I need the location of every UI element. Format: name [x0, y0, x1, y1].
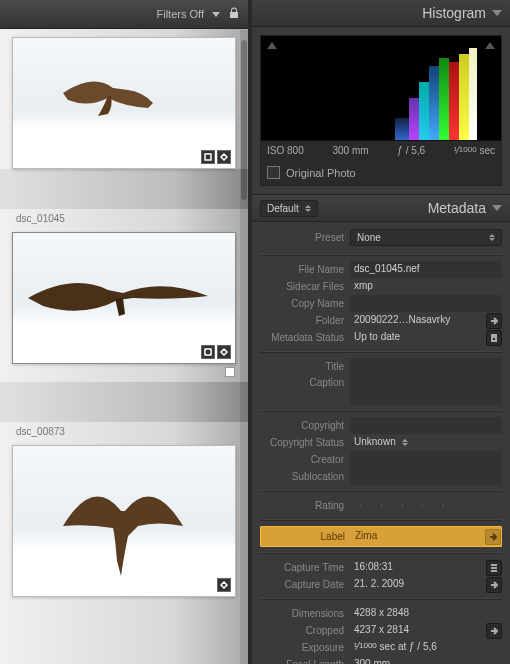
filters-label[interactable]: Filters Off [157, 8, 204, 20]
goto-folder-button[interactable] [486, 313, 502, 329]
focal-length-value: 300 mm [350, 656, 502, 664]
dimensions-value: 4288 x 2848 [350, 605, 502, 622]
lock-icon[interactable] [228, 7, 240, 21]
badge-icon [217, 578, 231, 592]
label-goto-button[interactable] [485, 529, 501, 545]
metadata-title: Metadata [428, 200, 486, 216]
svg-rect-1 [205, 349, 211, 355]
thumbnail[interactable] [12, 445, 236, 597]
histogram-header[interactable]: Histogram [252, 0, 510, 27]
preset-value: None [357, 232, 381, 243]
copyname-field[interactable] [350, 295, 502, 312]
dimensions-label: Dimensions [260, 608, 344, 619]
selection-square-icon [225, 367, 235, 377]
label-field[interactable]: Zima [351, 528, 479, 545]
filename-field[interactable]: dsc_01045.nef [350, 261, 502, 278]
badge-icon [217, 150, 231, 164]
histogram-info-row: ISO 800 300 mm ƒ / 5,6 ¹⁄1000 sec [261, 140, 501, 160]
histogram-box: ISO 800 300 mm ƒ / 5,6 ¹⁄1000 sec Origin… [260, 35, 502, 186]
metadata-body: Preset None File Namedsc_01045.nef Sidec… [252, 222, 510, 664]
histogram-focal: 300 mm [332, 145, 368, 156]
cropped-value: 4237 x 2814 [350, 622, 480, 639]
preset-label: Preset [260, 232, 344, 243]
folder-label: Folder [260, 315, 344, 326]
preset-dropdown[interactable]: None [350, 229, 502, 246]
original-photo-checkbox[interactable] [267, 166, 280, 179]
rating-dots[interactable]: · · · · · [350, 501, 502, 510]
copyname-label: Copy Name [260, 298, 344, 309]
title-field[interactable] [350, 358, 502, 375]
copyright-field[interactable] [350, 417, 502, 434]
histogram-title: Histogram [422, 5, 486, 21]
creator-label: Creator [260, 454, 344, 465]
filename-label: File Name [260, 264, 344, 275]
rating-label: Rating [260, 500, 344, 511]
svg-rect-0 [205, 154, 211, 160]
folder-value: 20090222…Nasavrky [350, 312, 480, 329]
sublocation-field[interactable] [350, 468, 502, 485]
cropped-goto-button[interactable] [486, 623, 502, 639]
label-label: Label [261, 531, 345, 542]
exposure-label: Exposure [260, 642, 344, 653]
caption-field[interactable] [350, 375, 502, 405]
caption-label: Caption [260, 375, 344, 388]
metadata-mode-label: Default [267, 203, 299, 214]
filmstrip-panel: Filters Off dsc_01045 [0, 0, 248, 664]
thumbnail-filename: dsc_00873 [0, 422, 248, 437]
copyright-label: Copyright [260, 420, 344, 431]
histogram-graph[interactable] [261, 36, 501, 140]
capture-date-label: Capture Date [260, 579, 344, 590]
copyright-status-dropdown[interactable]: Unknown [350, 434, 502, 451]
thumbnail[interactable] [12, 37, 236, 169]
collapse-icon[interactable] [492, 205, 502, 211]
title-label: Title [260, 361, 344, 372]
thumbnail-filename: dsc_01045 [0, 209, 248, 224]
capture-time-label: Capture Time [260, 562, 344, 573]
filmstrip-scrollbar[interactable] [240, 30, 248, 664]
cropped-label: Cropped [260, 625, 344, 636]
capture-time-button[interactable] [486, 560, 502, 576]
metadata-status-button[interactable] [486, 330, 502, 346]
collapse-icon[interactable] [492, 10, 502, 16]
original-photo-row[interactable]: Original Photo [261, 160, 501, 185]
sublocation-label: Sublocation [260, 471, 344, 482]
thumbnail-selected[interactable] [12, 232, 236, 364]
capture-time-value: 16:08:31 [350, 559, 480, 576]
preset-row: Preset None [260, 226, 502, 248]
histogram-iso: ISO 800 [267, 145, 304, 156]
metadata-status-label: Metadata Status [260, 332, 344, 343]
color-label-row: Label Zima [260, 526, 502, 547]
sidecar-label: Sidecar Files [260, 281, 344, 292]
metadata-header[interactable]: Default Metadata [252, 194, 510, 222]
badge-icon [201, 150, 215, 164]
exposure-value: ¹⁄1000 sec at ƒ / 5,6 [350, 639, 502, 656]
histogram-aperture: ƒ / 5,6 [397, 145, 425, 156]
copyright-status-label: Copyright Status [260, 437, 344, 448]
metadata-status-value: Up to date [350, 329, 480, 346]
original-photo-label: Original Photo [286, 167, 356, 179]
filters-bar: Filters Off [0, 0, 248, 29]
right-panel: Histogram ISO 800 300 mm ƒ / 5 [252, 0, 510, 664]
chevron-down-icon[interactable] [212, 12, 220, 17]
histogram-shutter: ¹⁄1000 sec [454, 145, 495, 156]
metadata-mode-dropdown[interactable]: Default [260, 200, 318, 217]
capture-date-button[interactable] [486, 577, 502, 593]
creator-field[interactable] [350, 451, 502, 468]
focal-length-label: Focal Length [260, 659, 344, 664]
capture-date-value: 21. 2. 2009 [350, 576, 480, 593]
badge-icon [217, 345, 231, 359]
sidecar-value: xmp [350, 278, 502, 295]
badge-icon [201, 345, 215, 359]
